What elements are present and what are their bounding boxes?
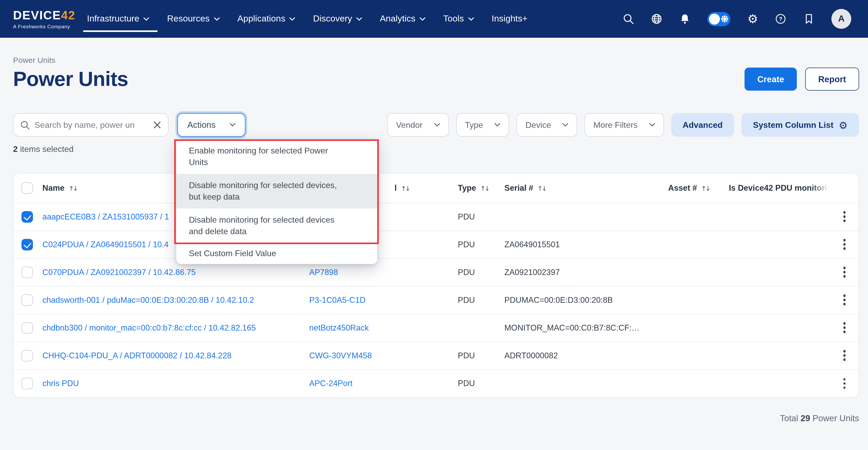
select-all-checkbox[interactable]	[22, 182, 33, 194]
menu-item-line: Disable monitoring for selected devices,	[189, 180, 365, 191]
nav-item-discovery[interactable]: Discovery	[313, 13, 362, 24]
power-unit-link[interactable]: chadsworth-001 / pduMac=00:0E:D3:00:20:8…	[42, 295, 254, 304]
sort-icon[interactable]: ↑↓	[401, 185, 409, 192]
row-menu-kebab-icon[interactable]	[836, 319, 854, 337]
device-filter[interactable]: Device	[517, 113, 577, 137]
navbar-utilities: ⚙ ? A	[623, 9, 851, 29]
type-cell: PDU	[458, 351, 475, 360]
sort-icon[interactable]: ↑↓	[701, 185, 710, 192]
page-title: Power Units	[13, 67, 128, 91]
column-header-serial[interactable]: Serial #↑↓	[504, 173, 668, 203]
sort-icon[interactable]: ↑↓	[68, 185, 77, 192]
row-menu-kebab-icon[interactable]	[836, 374, 854, 392]
bookmark-icon[interactable]	[803, 13, 815, 25]
settings-gear-icon[interactable]: ⚙	[747, 13, 758, 25]
power-unit-link[interactable]: CHHQ-C104-PDU_A / ADRT0000082 / 10.42.84…	[42, 351, 231, 360]
filters-group: Vendor Type Device More Filters Advanced	[387, 113, 859, 137]
row-checkbox[interactable]	[22, 266, 33, 278]
device-link[interactable]: AP7898	[309, 268, 338, 276]
type-cell: PDU	[458, 268, 475, 276]
row-checkbox[interactable]	[22, 211, 33, 222]
serial-cell: ZA0921002397	[504, 268, 560, 276]
row-menu-kebab-icon[interactable]	[836, 291, 854, 309]
device-link[interactable]: netBotz450Rack	[309, 323, 369, 332]
device-link[interactable]: CWG-30VYM458	[309, 351, 372, 360]
row-menu-kebab-icon[interactable]	[836, 235, 854, 253]
table-row: chadsworth-001 / pduMac=00:0E:D3:00:20:8…	[13, 286, 859, 314]
table-row: chdbnb300 / monitor_mac=00:c0:b7:8c:cf:c…	[13, 314, 859, 342]
type-cell: PDU	[458, 295, 475, 304]
chevron-down-icon	[434, 123, 440, 127]
nav-item-analytics[interactable]: Analytics	[380, 13, 425, 24]
actions-dropdown-menu: Enable monitoring for selected Power Uni…	[176, 139, 377, 264]
row-checkbox[interactable]	[22, 238, 33, 250]
title-row: Power Units Create Report	[13, 67, 859, 91]
breadcrumb[interactable]: Power Units	[13, 56, 859, 64]
power-unit-link[interactable]: C024PDUA / ZA0649015501 / 10.4	[42, 240, 169, 249]
actions-dropdown-button[interactable]: Actions	[177, 113, 245, 137]
report-button[interactable]: Report	[805, 67, 859, 91]
main-menu: Infrastructure Resources Applications Di…	[87, 13, 527, 24]
sun-icon	[723, 17, 726, 21]
nav-item-applications[interactable]: Applications	[237, 13, 295, 24]
menu-item-disable-keep-data[interactable]: Disable monitoring for selected devices,…	[176, 174, 377, 208]
bell-icon[interactable]	[679, 13, 691, 25]
nav-label: Analytics	[380, 13, 415, 24]
user-avatar[interactable]: A	[831, 9, 851, 29]
power-units-table-card: Name↑↓ l↑↓ Type↑↓ Serial #↑↓ Asset #↑↓ I…	[13, 173, 859, 398]
selection-summary: 2 items selected	[13, 145, 859, 154]
help-icon[interactable]: ?	[775, 13, 786, 25]
column-header-monitoring[interactable]: Is Device42 PDU monitori	[729, 173, 829, 203]
sort-icon[interactable]: ↑↓	[537, 185, 546, 192]
chevron-down-icon	[144, 17, 149, 21]
serial-cell: ZA0649015501	[504, 240, 560, 249]
row-menu-kebab-icon[interactable]	[836, 346, 854, 364]
search-icon[interactable]	[623, 13, 634, 25]
chevron-down-icon	[289, 17, 296, 21]
device42-logo[interactable]: DEVICE42 A Freshworks Company	[13, 10, 75, 29]
power-unit-link[interactable]: aaapcECE0B3 / ZA1531005937 / 1	[42, 212, 169, 221]
type-filter[interactable]: Type	[456, 113, 509, 137]
search-input[interactable]	[34, 120, 149, 130]
power-unit-link[interactable]: chris PDU	[42, 379, 79, 388]
row-checkbox[interactable]	[22, 294, 33, 306]
power-unit-link[interactable]: C070PDUA / ZA0921002397 / 10.42.86.75	[42, 268, 196, 276]
menu-item-line: and delete data	[189, 226, 365, 237]
row-checkbox[interactable]	[22, 350, 33, 361]
row-menu-kebab-icon[interactable]	[836, 263, 854, 281]
nav-item-resources[interactable]: Resources	[167, 13, 220, 24]
theme-toggle[interactable]	[708, 12, 731, 26]
system-column-list-button[interactable]: System Column List ⚙	[741, 113, 859, 137]
more-filters-button[interactable]: More Filters	[584, 113, 664, 137]
create-button[interactable]: Create	[745, 67, 797, 91]
globe-icon[interactable]	[651, 13, 663, 25]
device-link[interactable]: P3-1C0A5-C1D	[309, 295, 366, 304]
vendor-filter[interactable]: Vendor	[387, 113, 448, 137]
toggle-knob	[709, 13, 720, 24]
column-header-actions	[829, 173, 859, 203]
clear-search-icon[interactable]	[153, 121, 161, 129]
row-checkbox[interactable]	[22, 378, 33, 389]
advanced-button[interactable]: Advanced	[671, 113, 734, 137]
row-checkbox[interactable]	[22, 322, 33, 333]
chevron-down-icon	[214, 17, 219, 21]
power-unit-link[interactable]: chdbnb300 / monitor_mac=00:c0:b7:8c:cf:c…	[42, 323, 256, 332]
device-link[interactable]: APC-24Port	[309, 379, 352, 388]
nav-item-insights[interactable]: Insights+	[492, 13, 527, 24]
menu-item-disable-delete-data[interactable]: Disable monitoring for selected devices …	[176, 208, 377, 243]
table-header-row: Name↑↓ l↑↓ Type↑↓ Serial #↑↓ Asset #↑↓ I…	[13, 173, 859, 203]
column-header-type[interactable]: Type↑↓	[458, 173, 504, 203]
row-menu-kebab-icon[interactable]	[836, 208, 854, 226]
column-header-asset[interactable]: Asset #↑↓	[668, 173, 729, 203]
type-cell: PDU	[458, 212, 475, 221]
sort-icon[interactable]: ↑↓	[480, 185, 489, 192]
menu-item-enable-monitoring[interactable]: Enable monitoring for selected Power Uni…	[176, 139, 377, 174]
menu-item-set-custom-field[interactable]: Set Custom Field Value	[176, 243, 377, 264]
search-box[interactable]	[13, 113, 168, 137]
page-content: Power Units Power Units Create Report Ac…	[0, 56, 868, 423]
nav-label: Discovery	[313, 13, 352, 24]
table-row: CHHQ-C104-PDU_A / ADRT0000082 / 10.42.84…	[13, 342, 859, 369]
nav-item-infrastructure[interactable]: Infrastructure	[87, 13, 149, 24]
nav-item-tools[interactable]: Tools	[443, 13, 474, 24]
nav-label: Infrastructure	[87, 13, 139, 24]
